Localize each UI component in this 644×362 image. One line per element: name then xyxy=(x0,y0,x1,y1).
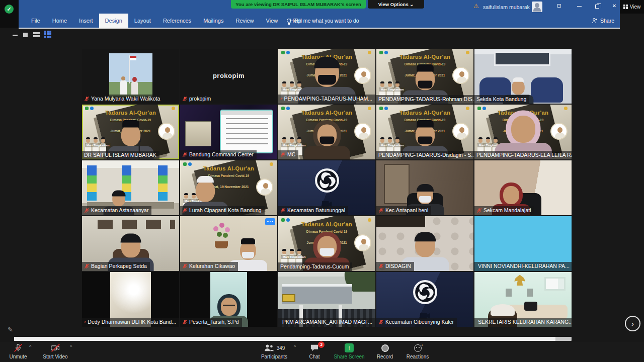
participant-tile[interactable]: DISDAGIN xyxy=(376,216,473,271)
ribbon-divider xyxy=(19,28,620,29)
participants-button[interactable]: 349 Participants xyxy=(252,343,297,359)
person-head xyxy=(121,124,140,146)
person-head xyxy=(417,186,433,204)
background-detail xyxy=(98,220,175,229)
mic-muted-icon xyxy=(280,319,281,325)
participant-name-label: prokopim xyxy=(180,95,214,104)
tadarus-subtitle-text: Dimasa Pandemi Covid-19 xyxy=(180,174,277,177)
participant-tile[interactable]: prokopim prokopim xyxy=(180,49,277,104)
participant-name-label: Kecamatan Cibeunying Kaler xyxy=(376,318,457,327)
participant-tile[interactable]: PKM ARCAMANIK_AKHMAD MAGF... xyxy=(278,272,375,327)
ribbon-tab-home[interactable]: Home xyxy=(46,14,73,28)
more-options-button[interactable] xyxy=(265,218,275,225)
view-mode-bars-icon[interactable] xyxy=(33,32,40,34)
participant-tile[interactable]: Bagian Perkapeg Setda xyxy=(82,216,179,271)
participant-name-text: SEKRETARIS KELURAHAN KARANG... xyxy=(478,319,572,325)
next-page-chevron-button[interactable]: › xyxy=(625,316,640,331)
participant-tile[interactable]: Tadarus Al-Qur'an Dimasa Pandemi Covid-1… xyxy=(278,105,375,159)
zoom-view-button[interactable]: View xyxy=(620,0,644,14)
mic-muted-icon xyxy=(182,96,188,102)
participant-tile[interactable]: Kecamatan Cibeunying Kaler xyxy=(376,272,473,327)
unmute-options-chevron[interactable]: ^ xyxy=(29,344,31,349)
participant-tile[interactable]: Tadarus Al-Qur'an Dimasa Pandemi Covid-1… xyxy=(278,49,375,104)
reactions-button[interactable]: + Reactions xyxy=(395,343,440,359)
participant-tile[interactable]: Kec.Antapani heni xyxy=(376,160,473,215)
zoom-meeting-window: ✓ You are viewing DR SAIFUL ISLAM MUBARA… xyxy=(0,0,644,362)
participant-tile[interactable]: Tadarus Al-Qur'an Dimasa Pandemi Covid-1… xyxy=(376,49,473,104)
ribbon-tab-file[interactable]: File xyxy=(25,14,46,28)
participant-tile[interactable]: Peserta_Tarsih, S.Pd xyxy=(180,272,277,327)
participant-tile[interactable]: Kelurahan Cikawao xyxy=(180,216,277,271)
person-torso xyxy=(304,146,350,159)
quran-document-panel xyxy=(221,111,272,152)
screen-share-banner: You are viewing DR SAIFUL ISLAM MUBARAK'… xyxy=(231,0,366,9)
person-head xyxy=(196,180,215,202)
window-corner: ✓ xyxy=(0,0,19,28)
participant-tile[interactable]: Tadarus Al-Qur'an Dimasa Pandemi Covid-1… xyxy=(474,105,572,159)
account-avatar[interactable] xyxy=(532,2,542,12)
ribbon-tab-review[interactable]: Review xyxy=(230,14,260,28)
participant-name-label: Bagian Perkapeg Setda xyxy=(82,262,150,271)
participant-name-label: Sekda Kota Bandung xyxy=(474,95,529,104)
person-head xyxy=(512,80,525,95)
tell-me-button[interactable]: Tell me what you want to do xyxy=(287,14,359,28)
unmute-label: Unmute xyxy=(9,354,27,359)
mic-muted-icon xyxy=(280,208,286,213)
participant-name-label: SEKRETARIS KELURAHAN KARANG... xyxy=(474,318,572,327)
wall-frame xyxy=(527,289,533,297)
record-label: Record xyxy=(377,354,393,359)
ribbon-tab-insert[interactable]: Insert xyxy=(73,14,99,28)
ribbon-tab-view[interactable]: View xyxy=(260,14,284,28)
participant-name-label: Bandung Command Center xyxy=(180,150,257,159)
room-window xyxy=(494,51,550,65)
participant-name-label: DR SAIFUL ISLAM MUBARAK xyxy=(82,151,159,160)
word-share-button[interactable]: Share xyxy=(592,14,614,28)
participant-tile[interactable]: Sekcam Mandalajati xyxy=(474,160,572,215)
view-mode-speaker-icon[interactable] xyxy=(23,33,28,37)
view-mode-minimize-icon[interactable] xyxy=(13,35,18,36)
participant-tile[interactable]: Kecamatan Batununggal xyxy=(278,160,375,215)
grid-view-icon xyxy=(623,5,628,9)
minimize-button[interactable] xyxy=(574,3,585,11)
participant-tile[interactable]: Kecamatan Astanaanyar xyxy=(82,160,179,215)
ribbon-tab-references[interactable]: References xyxy=(157,14,197,28)
security-shield-icon[interactable]: ✓ xyxy=(5,5,14,14)
tadarus-title-text: Tadarus Al-Qur'an xyxy=(278,221,375,227)
participant-tile[interactable]: Bandung Command Center xyxy=(180,105,277,159)
person-head xyxy=(317,236,336,257)
camera-off-icon xyxy=(50,343,61,352)
person-head xyxy=(113,192,126,207)
ribbon-tab-mailings[interactable]: Mailings xyxy=(197,14,229,28)
participant-name-text: PENDAMPING-TADARUS-MUHAM... xyxy=(284,96,372,102)
mic-muted-icon xyxy=(182,263,188,269)
ribbon-display-options-icon[interactable]: ⊡ xyxy=(553,3,565,11)
mic-muted-icon xyxy=(84,96,90,102)
obs-logo xyxy=(413,280,438,305)
participant-tile[interactable]: SEKRETARIS KELURAHAN KARANG... xyxy=(474,272,572,327)
participant-name-text: PENDAMPING-TADARUS-ELA LEILA RA... xyxy=(476,152,572,158)
tadarus-portrait-circle xyxy=(452,123,469,140)
warning-icon: ⚠ xyxy=(473,3,479,10)
ribbon-tab-design[interactable]: Design xyxy=(99,14,128,28)
scrollbar-thumb[interactable] xyxy=(14,337,555,341)
participant-tile[interactable]: Tadarus Al-Qur'an Dimasa Pandemi Covid-1… xyxy=(82,105,179,159)
share-screen-label: Share Screen xyxy=(334,354,364,359)
view-options-button[interactable]: View Options ⌄ xyxy=(368,0,424,9)
close-button[interactable]: ✕ xyxy=(609,3,620,11)
participant-name-text: Kecamatan Batununggal xyxy=(287,208,345,213)
garuda-emblem xyxy=(514,275,525,286)
participant-tile[interactable]: VINNI NOVIANDHI-KELURAHAN PA... xyxy=(474,216,572,271)
view-mode-gallery-icon[interactable] xyxy=(44,31,52,39)
participant-name-label: MC xyxy=(278,150,298,159)
video-options-chevron[interactable]: ^ xyxy=(70,344,72,349)
participant-tile[interactable]: Tadarus Al-Qur'an Dimasa Pandemi Covid-1… xyxy=(376,105,473,159)
ribbon-tab-layout[interactable]: Layout xyxy=(128,14,157,28)
participant-tile[interactable]: Yana Mulyana Wakil Walikota xyxy=(82,49,179,104)
view-mode-bars-icon[interactable] xyxy=(33,35,40,37)
horizontal-scrollbar[interactable] xyxy=(14,337,572,341)
participant-tile[interactable]: Tadarus Al-Qur'an Dimasa Pandemi Covid-1… xyxy=(278,216,375,271)
participant-tile[interactable]: Dedy Dharmawan DLHK Kota Band... xyxy=(82,272,179,327)
participant-tile[interactable]: Sekda Kota Bandung xyxy=(474,49,572,104)
participant-tile[interactable]: Tadarus Al-Qur'an Dimasa Pandemi Covid-1… xyxy=(180,160,277,215)
restore-button[interactable] xyxy=(592,3,603,11)
